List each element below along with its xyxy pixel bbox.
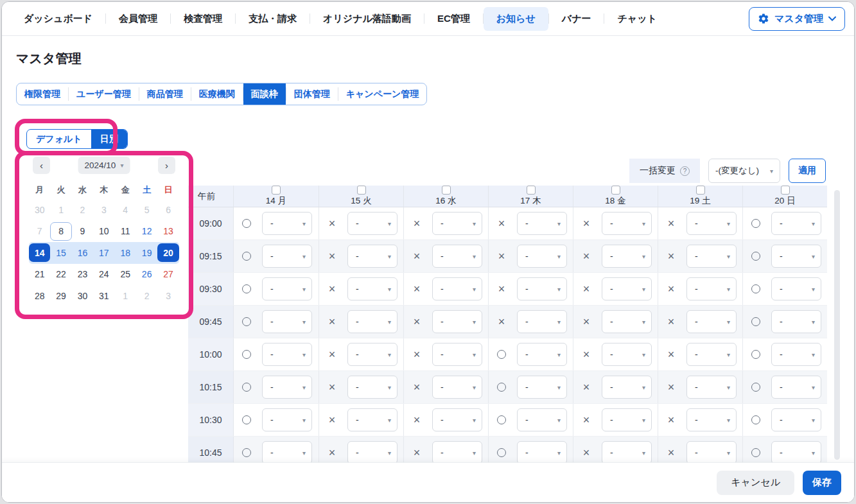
slot-dropdown[interactable]: -▾ bbox=[686, 277, 737, 300]
calendar-day[interactable]: 21 bbox=[29, 265, 50, 284]
calendar-day[interactable]: 16 bbox=[72, 243, 93, 262]
nav-item[interactable]: お知らせ bbox=[484, 7, 548, 31]
slot-dropdown[interactable]: -▾ bbox=[771, 277, 821, 300]
slot-dropdown[interactable]: -▾ bbox=[602, 408, 652, 431]
view-toggle-segment[interactable]: デフォルト bbox=[27, 130, 91, 148]
slot-dropdown[interactable]: -▾ bbox=[347, 245, 397, 268]
slot-dropdown[interactable]: -▾ bbox=[262, 408, 312, 431]
cancel-button[interactable]: キャンセル bbox=[717, 471, 794, 495]
slot-dropdown[interactable]: -▾ bbox=[517, 441, 567, 464]
slot-dropdown[interactable]: -▾ bbox=[517, 376, 567, 399]
day-checkbox[interactable] bbox=[357, 186, 366, 195]
calendar-day[interactable]: 10 bbox=[93, 222, 114, 241]
calendar-month-dropdown[interactable]: 2024/10 ▾ bbox=[78, 157, 130, 174]
vertical-scrollbar[interactable] bbox=[834, 190, 840, 460]
calendar-day[interactable]: 30 bbox=[72, 286, 93, 305]
calendar-day[interactable]: 22 bbox=[50, 265, 71, 284]
view-toggle-segment[interactable]: 日別 bbox=[91, 130, 127, 148]
slot-dropdown[interactable]: -▾ bbox=[602, 343, 652, 366]
slot-dropdown[interactable]: -▾ bbox=[432, 245, 482, 268]
calendar-day[interactable]: 28 bbox=[29, 286, 50, 305]
slot-dropdown[interactable]: -▾ bbox=[432, 310, 482, 333]
day-checkbox[interactable] bbox=[527, 186, 536, 195]
slot-dropdown[interactable]: -▾ bbox=[771, 245, 821, 268]
calendar-day[interactable]: 15 bbox=[50, 243, 71, 262]
tab-item[interactable]: 医療機関 bbox=[191, 83, 243, 105]
calendar-day[interactable]: 11 bbox=[115, 222, 136, 241]
calendar-day[interactable]: 8 bbox=[50, 222, 71, 241]
day-checkbox[interactable] bbox=[272, 186, 281, 195]
calendar-day[interactable]: 12 bbox=[136, 222, 157, 241]
slot-dropdown[interactable]: -▾ bbox=[347, 441, 397, 464]
slot-dropdown[interactable]: -▾ bbox=[517, 408, 567, 431]
nav-item[interactable]: ダッシュボード bbox=[11, 7, 105, 31]
nav-item[interactable]: オリジナル落語動画 bbox=[310, 7, 424, 31]
day-checkbox[interactable] bbox=[781, 186, 790, 195]
slot-dropdown[interactable]: -▾ bbox=[262, 376, 312, 399]
save-button[interactable]: 保存 bbox=[803, 471, 841, 495]
slot-dropdown[interactable]: -▾ bbox=[686, 408, 737, 431]
day-checkbox[interactable] bbox=[696, 186, 705, 195]
slot-dropdown[interactable]: -▾ bbox=[517, 310, 567, 333]
calendar-day[interactable]: 25 bbox=[115, 265, 136, 284]
calendar-day[interactable]: 20 bbox=[157, 243, 179, 262]
slot-dropdown[interactable]: -▾ bbox=[517, 245, 567, 268]
slot-dropdown[interactable]: -▾ bbox=[262, 245, 312, 268]
slot-dropdown[interactable]: -▾ bbox=[602, 310, 652, 333]
nav-item[interactable]: EC管理 bbox=[424, 7, 483, 31]
calendar-day[interactable]: 31 bbox=[93, 286, 114, 305]
nav-item[interactable]: チャット bbox=[604, 7, 669, 31]
slot-dropdown[interactable]: -▾ bbox=[686, 310, 737, 333]
slot-dropdown[interactable]: -▾ bbox=[432, 376, 482, 399]
calendar-day[interactable]: 5 bbox=[136, 200, 157, 219]
slot-dropdown[interactable]: -▾ bbox=[262, 277, 312, 300]
slot-dropdown[interactable]: -▾ bbox=[432, 343, 482, 366]
bulk-change-select[interactable]: -(変更なし) ▾ bbox=[708, 159, 780, 183]
slot-dropdown[interactable]: -▾ bbox=[771, 212, 821, 235]
nav-item[interactable]: 検査管理 bbox=[171, 7, 235, 31]
slot-dropdown[interactable]: -▾ bbox=[686, 343, 737, 366]
calendar-day[interactable]: 24 bbox=[93, 265, 114, 284]
tab-item[interactable]: 権限管理 bbox=[17, 83, 68, 105]
master-management-button[interactable]: マスタ管理 bbox=[749, 7, 845, 31]
slot-dropdown[interactable]: -▾ bbox=[602, 212, 652, 235]
calendar-day[interactable]: 23 bbox=[72, 265, 93, 284]
calendar-day[interactable]: 27 bbox=[157, 265, 179, 284]
nav-item[interactable]: 会員管理 bbox=[106, 7, 170, 31]
apply-button[interactable]: 適用 bbox=[789, 159, 826, 183]
slot-dropdown[interactable]: -▾ bbox=[517, 212, 567, 235]
tab-item[interactable]: 商品管理 bbox=[139, 83, 191, 105]
slot-dropdown[interactable]: -▾ bbox=[347, 277, 397, 300]
tab-item[interactable]: キャンペーン管理 bbox=[338, 83, 427, 105]
slot-dropdown[interactable]: -▾ bbox=[686, 441, 737, 464]
slot-dropdown[interactable]: -▾ bbox=[771, 408, 821, 431]
slot-dropdown[interactable]: -▾ bbox=[517, 277, 567, 300]
day-checkbox[interactable] bbox=[442, 186, 451, 195]
slot-dropdown[interactable]: -▾ bbox=[602, 245, 652, 268]
day-checkbox[interactable] bbox=[611, 186, 620, 195]
calendar-day[interactable]: 19 bbox=[136, 243, 157, 262]
slot-dropdown[interactable]: -▾ bbox=[432, 277, 482, 300]
calendar-day[interactable]: 1 bbox=[115, 286, 136, 305]
slot-dropdown[interactable]: -▾ bbox=[771, 310, 821, 333]
calendar-day[interactable]: 14 bbox=[29, 243, 50, 262]
tab-item[interactable]: 面談枠 bbox=[243, 83, 286, 105]
slot-dropdown[interactable]: -▾ bbox=[347, 376, 397, 399]
calendar-day[interactable]: 30 bbox=[29, 200, 50, 219]
slot-dropdown[interactable]: -▾ bbox=[262, 310, 312, 333]
slot-dropdown[interactable]: -▾ bbox=[262, 441, 312, 464]
slot-dropdown[interactable]: -▾ bbox=[432, 441, 482, 464]
slot-dropdown[interactable]: -▾ bbox=[517, 343, 567, 366]
calendar-day[interactable]: 9 bbox=[72, 222, 93, 241]
slot-dropdown[interactable]: -▾ bbox=[347, 408, 397, 431]
calendar-day[interactable]: 2 bbox=[136, 286, 157, 305]
calendar-day[interactable]: 6 bbox=[157, 200, 179, 219]
nav-item[interactable]: バナー bbox=[549, 7, 604, 31]
slot-dropdown[interactable]: -▾ bbox=[432, 408, 482, 431]
calendar-next-button[interactable]: › bbox=[158, 157, 175, 174]
slot-dropdown[interactable]: -▾ bbox=[262, 212, 312, 235]
calendar-day[interactable]: 29 bbox=[50, 286, 71, 305]
nav-item[interactable]: 支払・請求 bbox=[236, 7, 310, 31]
calendar-day[interactable]: 13 bbox=[157, 222, 179, 241]
tab-item[interactable]: ユーザー管理 bbox=[69, 83, 139, 105]
